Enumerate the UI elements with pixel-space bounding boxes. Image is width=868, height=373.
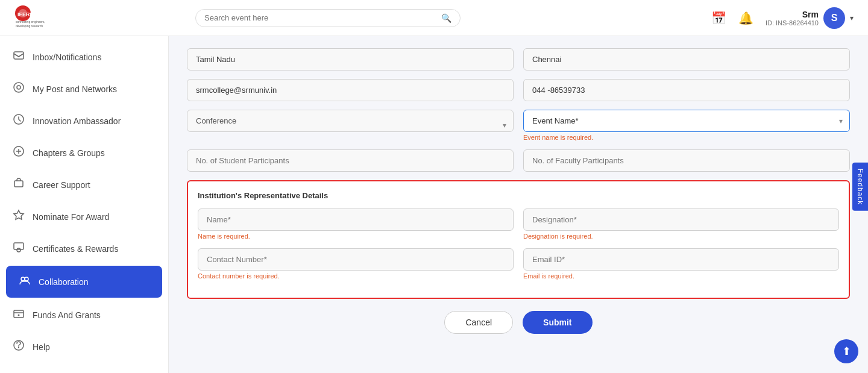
- representative-title: Institution's Representative Details: [198, 191, 839, 200]
- certificates-icon: [12, 241, 25, 256]
- svg-point-16: [18, 315, 20, 316]
- my-post-icon: [12, 81, 25, 96]
- submit-button[interactable]: Submit: [523, 311, 592, 334]
- svg-point-14: [25, 277, 28, 281]
- sidebar: Inbox/NotificationsMy Post and NetworksI…: [0, 36, 169, 373]
- logo-area: IFERP connecting engineers, developing r…: [14, 5, 183, 31]
- phone-input[interactable]: [523, 79, 850, 101]
- city-field: [523, 48, 850, 71]
- user-info[interactable]: Srm ID: INS-86264410 S ▾: [766, 7, 854, 29]
- header: IFERP connecting engineers, developing r…: [0, 0, 868, 36]
- search-bar[interactable]: 🔍: [195, 9, 461, 27]
- form-row-state-city: [187, 48, 850, 71]
- event-name-field: Event Name* ▾ Event name is required.: [523, 110, 850, 141]
- conference-type-select[interactable]: Conference: [187, 110, 514, 132]
- phone-field: [523, 79, 850, 101]
- nominate-icon: [12, 209, 25, 224]
- rep-name-error: Name is required.: [198, 233, 514, 240]
- svg-text:developing research: developing research: [16, 24, 43, 28]
- svg-rect-15: [14, 310, 24, 318]
- svg-point-12: [17, 248, 20, 252]
- form-row-participants: [187, 149, 850, 172]
- rep-row-name-designation: Name is required. Designation is require…: [198, 208, 839, 240]
- faculty-participants-input[interactable]: [523, 149, 850, 172]
- rep-contact-field: Contact number is required.: [198, 248, 514, 280]
- avatar[interactable]: S: [823, 7, 845, 29]
- svg-point-13: [21, 277, 25, 281]
- rep-designation-field: Designation is required.: [523, 208, 839, 240]
- sidebar-item-nominate[interactable]: Nominate For Award: [0, 201, 168, 233]
- sidebar-item-label-innovation: Innovation Ambassador: [33, 116, 121, 126]
- sidebar-item-collaboration[interactable]: Collaboration: [6, 266, 162, 298]
- sidebar-item-label-funds: Funds And Grants: [33, 310, 101, 320]
- sidebar-item-career[interactable]: Career Support: [0, 169, 168, 201]
- svg-text:connecting engineers,: connecting engineers,: [16, 20, 45, 24]
- cancel-button[interactable]: Cancel: [444, 311, 513, 334]
- rep-email-field: Email is required.: [523, 248, 839, 280]
- event-name-select[interactable]: Event Name*: [523, 110, 850, 132]
- rep-designation-input[interactable]: [523, 208, 839, 231]
- student-participants-input[interactable]: [187, 149, 514, 172]
- rep-email-input[interactable]: [523, 248, 839, 271]
- layout: Inbox/NotificationsMy Post and NetworksI…: [0, 36, 868, 373]
- sidebar-item-label-chapters: Chapters & Groups: [33, 148, 105, 158]
- feedback-tab[interactable]: Feedback: [852, 162, 868, 211]
- form-buttons: Cancel Submit: [187, 311, 850, 346]
- representative-details-box: Institution's Representative Details Nam…: [187, 180, 850, 299]
- funds-icon: [12, 307, 25, 322]
- event-name-error: Event name is required.: [523, 134, 850, 141]
- faculty-participants-field: [523, 149, 850, 172]
- search-input[interactable]: [204, 13, 441, 22]
- student-participants-field: [187, 149, 514, 172]
- user-name: Srm: [766, 10, 819, 19]
- sidebar-item-certificates[interactable]: Certificates & Rewards: [0, 233, 168, 265]
- sidebar-item-label-certificates: Certificates & Rewards: [33, 244, 118, 254]
- email-input[interactable]: [187, 79, 514, 101]
- event-name-select-wrap: Event Name* ▾: [523, 110, 850, 132]
- svg-point-7: [17, 86, 20, 89]
- innovation-icon: [12, 113, 25, 128]
- search-icon: 🔍: [441, 13, 451, 23]
- form-row-type-event: Conference ▾ Event Name* ▾ Event name is…: [187, 110, 850, 141]
- sidebar-item-innovation[interactable]: Innovation Ambassador: [0, 105, 168, 137]
- user-text-area: Srm ID: INS-86264410: [766, 10, 819, 27]
- calendar-icon[interactable]: 📅: [711, 11, 726, 25]
- bottom-circle-icon: ⬆: [842, 345, 851, 358]
- career-icon: [12, 177, 25, 192]
- sidebar-item-chapters[interactable]: Chapters & Groups: [0, 137, 168, 169]
- sidebar-item-my-post[interactable]: My Post and Networks: [0, 73, 168, 105]
- conference-type-field: Conference ▾: [187, 110, 514, 141]
- state-input[interactable]: [187, 48, 514, 71]
- svg-text:IFERP: IFERP: [17, 11, 34, 17]
- rep-email-error: Email is required.: [523, 272, 839, 280]
- logo-icon: IFERP connecting engineers, developing r…: [14, 5, 57, 31]
- rep-name-field: Name is required.: [198, 208, 514, 240]
- rep-row-contact-email: Contact number is required. Email is req…: [198, 248, 839, 280]
- sidebar-item-label-inbox: Inbox/Notifications: [33, 52, 101, 62]
- sidebar-item-label-help: Help: [33, 342, 50, 352]
- sidebar-item-label-nominate: Nominate For Award: [33, 212, 109, 222]
- sidebar-item-label-collaboration: Collaboration: [39, 277, 89, 287]
- bell-icon[interactable]: 🔔: [738, 11, 753, 25]
- email-field: [187, 79, 514, 101]
- rep-name-input[interactable]: [198, 208, 514, 231]
- sidebar-item-help[interactable]: Help: [0, 331, 168, 363]
- help-icon: [12, 339, 25, 354]
- bottom-circle-button[interactable]: ⬆: [834, 339, 858, 363]
- rep-contact-error: Contact number is required.: [198, 272, 514, 280]
- form-row-email-phone: [187, 79, 850, 101]
- city-input[interactable]: [523, 48, 850, 71]
- svg-rect-5: [14, 52, 24, 59]
- rep-designation-error: Designation is required.: [523, 233, 839, 240]
- sidebar-item-funds[interactable]: Funds And Grants: [0, 299, 168, 331]
- sidebar-item-label-my-post: My Post and Networks: [33, 84, 117, 94]
- svg-rect-10: [14, 181, 23, 187]
- rep-contact-input[interactable]: [198, 248, 514, 271]
- user-id: ID: INS-86264410: [766, 19, 819, 27]
- state-field: [187, 48, 514, 71]
- inbox-icon: [12, 49, 25, 64]
- chevron-down-icon[interactable]: ▾: [850, 14, 854, 22]
- header-right: 📅 🔔 Srm ID: INS-86264410 S ▾: [711, 7, 854, 29]
- sidebar-item-inbox[interactable]: Inbox/Notifications: [0, 41, 168, 73]
- sidebar-item-label-career: Career Support: [33, 180, 90, 190]
